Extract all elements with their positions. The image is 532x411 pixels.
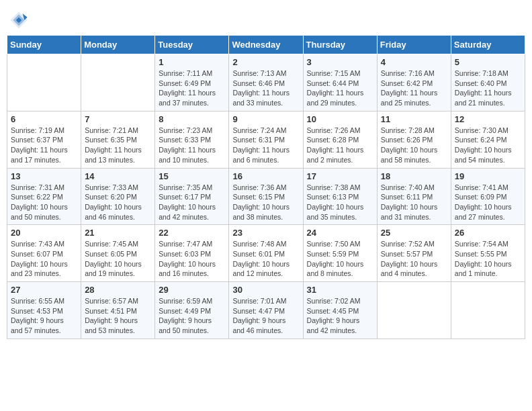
calendar-cell: 14Sunrise: 7:33 AMSunset: 6:20 PMDayligh… xyxy=(81,168,155,225)
day-number: 11 xyxy=(381,114,447,124)
day-number: 12 xyxy=(455,114,521,124)
weekday-header-thursday: Thursday xyxy=(303,36,377,54)
calendar-cell: 27Sunrise: 6:55 AMSunset: 4:53 PMDayligh… xyxy=(7,282,81,339)
day-number: 15 xyxy=(159,171,225,181)
day-info: Sunrise: 7:43 AMSunset: 6:07 PMDaylight:… xyxy=(11,239,77,279)
page-header xyxy=(7,7,525,30)
calendar-cell xyxy=(81,54,155,111)
day-number: 19 xyxy=(455,171,521,181)
day-info: Sunrise: 7:36 AMSunset: 6:15 PMDaylight:… xyxy=(232,183,299,222)
calendar-cell xyxy=(7,54,81,111)
day-info: Sunrise: 7:52 AMSunset: 5:57 PMDaylight:… xyxy=(381,239,447,279)
calendar-cell: 24Sunrise: 7:50 AMSunset: 5:59 PMDayligh… xyxy=(303,225,377,282)
day-info: Sunrise: 7:18 AMSunset: 6:40 PMDaylight:… xyxy=(455,68,521,108)
calendar-cell: 25Sunrise: 7:52 AMSunset: 5:57 PMDayligh… xyxy=(377,225,451,282)
day-number: 10 xyxy=(307,114,373,124)
day-number: 22 xyxy=(159,228,225,238)
day-info: Sunrise: 7:01 AMSunset: 4:47 PMDaylight:… xyxy=(232,296,299,336)
day-info: Sunrise: 7:31 AMSunset: 6:22 PMDaylight:… xyxy=(11,183,77,222)
day-number: 26 xyxy=(455,228,521,238)
day-number: 2 xyxy=(232,57,299,67)
day-number: 13 xyxy=(11,171,77,181)
calendar-cell: 18Sunrise: 7:40 AMSunset: 6:11 PMDayligh… xyxy=(377,168,451,225)
day-number: 29 xyxy=(159,285,225,295)
weekday-header-tuesday: Tuesday xyxy=(155,36,229,54)
day-number: 24 xyxy=(307,228,373,238)
day-info: Sunrise: 7:33 AMSunset: 6:20 PMDaylight:… xyxy=(85,183,151,222)
calendar-cell: 9Sunrise: 7:24 AMSunset: 6:31 PMDaylight… xyxy=(229,111,303,168)
day-info: Sunrise: 7:26 AMSunset: 6:28 PMDaylight:… xyxy=(307,126,373,165)
day-number: 21 xyxy=(85,228,151,238)
day-number: 28 xyxy=(85,285,151,295)
calendar-cell: 7Sunrise: 7:21 AMSunset: 6:35 PMDaylight… xyxy=(81,111,155,168)
day-info: Sunrise: 7:41 AMSunset: 6:09 PMDaylight:… xyxy=(455,183,521,222)
day-info: Sunrise: 7:19 AMSunset: 6:37 PMDaylight:… xyxy=(11,126,77,165)
calendar-cell xyxy=(451,282,525,339)
calendar-cell: 23Sunrise: 7:48 AMSunset: 6:01 PMDayligh… xyxy=(229,225,303,282)
calendar-cell: 11Sunrise: 7:28 AMSunset: 6:26 PMDayligh… xyxy=(377,111,451,168)
calendar-cell: 4Sunrise: 7:16 AMSunset: 6:42 PMDaylight… xyxy=(377,54,451,111)
day-number: 23 xyxy=(232,228,299,238)
day-number: 30 xyxy=(232,285,299,295)
calendar-cell: 29Sunrise: 6:59 AMSunset: 4:49 PMDayligh… xyxy=(155,282,229,339)
week-row-1: 1Sunrise: 7:11 AMSunset: 6:49 PMDaylight… xyxy=(7,54,525,111)
calendar-cell: 8Sunrise: 7:23 AMSunset: 6:33 PMDaylight… xyxy=(155,111,229,168)
weekday-header-sunday: Sunday xyxy=(7,36,81,54)
day-info: Sunrise: 7:28 AMSunset: 6:26 PMDaylight:… xyxy=(381,126,447,165)
day-number: 31 xyxy=(307,285,373,295)
day-info: Sunrise: 7:11 AMSunset: 6:49 PMDaylight:… xyxy=(159,68,225,108)
calendar-cell: 17Sunrise: 7:38 AMSunset: 6:13 PMDayligh… xyxy=(303,168,377,225)
day-info: Sunrise: 7:24 AMSunset: 6:31 PMDaylight:… xyxy=(232,126,299,165)
day-number: 20 xyxy=(11,228,77,238)
day-number: 17 xyxy=(307,171,373,181)
weekday-header-row: SundayMondayTuesdayWednesdayThursdayFrid… xyxy=(7,36,525,54)
calendar-cell: 15Sunrise: 7:35 AMSunset: 6:17 PMDayligh… xyxy=(155,168,229,225)
day-info: Sunrise: 7:40 AMSunset: 6:11 PMDaylight:… xyxy=(381,183,447,222)
calendar-cell: 2Sunrise: 7:13 AMSunset: 6:46 PMDaylight… xyxy=(229,54,303,111)
day-info: Sunrise: 7:38 AMSunset: 6:13 PMDaylight:… xyxy=(307,183,373,222)
day-number: 1 xyxy=(159,57,225,67)
day-info: Sunrise: 7:16 AMSunset: 6:42 PMDaylight:… xyxy=(381,68,447,108)
day-number: 27 xyxy=(11,285,77,295)
calendar-cell: 13Sunrise: 7:31 AMSunset: 6:22 PMDayligh… xyxy=(7,168,81,225)
day-info: Sunrise: 7:54 AMSunset: 5:55 PMDaylight:… xyxy=(455,239,521,279)
weekday-header-saturday: Saturday xyxy=(451,36,525,54)
calendar-cell: 12Sunrise: 7:30 AMSunset: 6:24 PMDayligh… xyxy=(451,111,525,168)
day-number: 9 xyxy=(232,114,299,124)
calendar-cell: 3Sunrise: 7:15 AMSunset: 6:44 PMDaylight… xyxy=(303,54,377,111)
logo xyxy=(9,11,31,30)
day-info: Sunrise: 7:30 AMSunset: 6:24 PMDaylight:… xyxy=(455,126,521,165)
calendar-cell: 6Sunrise: 7:19 AMSunset: 6:37 PMDaylight… xyxy=(7,111,81,168)
day-number: 7 xyxy=(85,114,151,124)
calendar-cell: 26Sunrise: 7:54 AMSunset: 5:55 PMDayligh… xyxy=(451,225,525,282)
day-info: Sunrise: 7:21 AMSunset: 6:35 PMDaylight:… xyxy=(85,126,151,165)
calendar-cell: 5Sunrise: 7:18 AMSunset: 6:40 PMDaylight… xyxy=(451,54,525,111)
day-info: Sunrise: 7:48 AMSunset: 6:01 PMDaylight:… xyxy=(232,239,299,279)
weekday-header-friday: Friday xyxy=(377,36,451,54)
weekday-header-wednesday: Wednesday xyxy=(229,36,303,54)
day-number: 4 xyxy=(381,57,447,67)
day-info: Sunrise: 7:50 AMSunset: 5:59 PMDaylight:… xyxy=(307,239,373,279)
calendar-cell: 1Sunrise: 7:11 AMSunset: 6:49 PMDaylight… xyxy=(155,54,229,111)
calendar-cell: 10Sunrise: 7:26 AMSunset: 6:28 PMDayligh… xyxy=(303,111,377,168)
logo-icon xyxy=(9,11,28,30)
day-number: 14 xyxy=(85,171,151,181)
calendar-cell: 19Sunrise: 7:41 AMSunset: 6:09 PMDayligh… xyxy=(451,168,525,225)
day-info: Sunrise: 7:02 AMSunset: 4:45 PMDaylight:… xyxy=(307,296,373,336)
day-info: Sunrise: 6:59 AMSunset: 4:49 PMDaylight:… xyxy=(159,296,225,336)
week-row-4: 20Sunrise: 7:43 AMSunset: 6:07 PMDayligh… xyxy=(7,225,525,282)
week-row-5: 27Sunrise: 6:55 AMSunset: 4:53 PMDayligh… xyxy=(7,282,525,339)
day-number: 18 xyxy=(381,171,447,181)
calendar-table: SundayMondayTuesdayWednesdayThursdayFrid… xyxy=(7,35,525,339)
day-number: 6 xyxy=(11,114,77,124)
calendar-cell: 21Sunrise: 7:45 AMSunset: 6:05 PMDayligh… xyxy=(81,225,155,282)
day-number: 5 xyxy=(455,57,521,67)
calendar-cell: 16Sunrise: 7:36 AMSunset: 6:15 PMDayligh… xyxy=(229,168,303,225)
day-info: Sunrise: 7:23 AMSunset: 6:33 PMDaylight:… xyxy=(159,126,225,165)
weekday-header-monday: Monday xyxy=(81,36,155,54)
day-number: 25 xyxy=(381,228,447,238)
day-info: Sunrise: 7:15 AMSunset: 6:44 PMDaylight:… xyxy=(307,68,373,108)
day-info: Sunrise: 6:57 AMSunset: 4:51 PMDaylight:… xyxy=(85,296,151,336)
day-info: Sunrise: 7:45 AMSunset: 6:05 PMDaylight:… xyxy=(85,239,151,279)
day-info: Sunrise: 6:55 AMSunset: 4:53 PMDaylight:… xyxy=(11,296,77,336)
